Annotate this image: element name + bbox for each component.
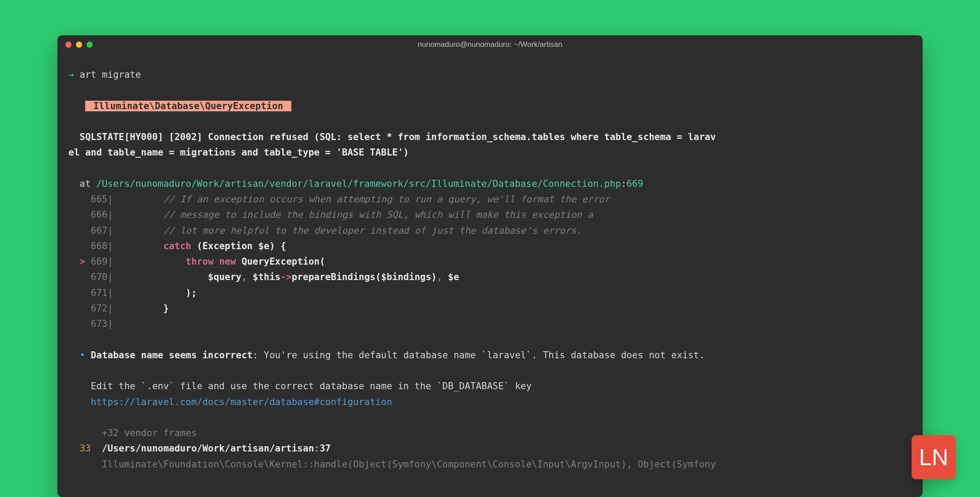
command-text: art migrate [79,69,141,80]
titlebar: nunomaduro@nunomaduro: ~/Work/artisan [57,35,923,54]
frame-line: 37 [320,443,331,454]
catch-keyword: catch [163,241,197,251]
vendor-frames: +32 vendor frames [68,428,197,438]
line-667: 667 [91,225,108,236]
throw-rest: QueryException( [241,256,325,267]
exception-badge: Illuminate\Database\QueryException [85,101,291,111]
close-paren: ); [186,288,197,298]
close-brace: } [163,303,169,314]
prompt-arrow-icon: → [68,69,74,80]
line-668: 668 [91,241,108,251]
hint-edit: Edit the `.env` file and use the correct… [68,381,531,391]
var-this: $this [253,272,280,282]
comma-2: , [437,272,448,282]
laravel-news-logo: LN [912,435,956,479]
line-673: 673 [91,319,108,329]
line-672: 672 [91,303,108,314]
arrow-op: -> [280,272,291,282]
var-query: $query [208,272,241,282]
line-666: 666 [91,209,108,220]
bullet-icon: • [79,350,85,360]
frame-number: 33 [68,443,91,454]
var-e: $e [448,272,459,282]
method-call: prepareBindings($bindings) [292,272,437,282]
hint-colon: : [253,350,264,360]
line-669: 669 [91,256,108,267]
hint-title: Database name seems incorrect [91,350,253,360]
line-671: 671 [91,288,108,298]
at-label: at [68,178,96,189]
window-title: nunomaduro@nunomaduro: ~/Work/artisan [57,40,923,49]
comment-666: // message to include the bindings with … [163,209,593,220]
logo-text: LN [919,444,948,470]
terminal-window: nunomaduro@nunomaduro: ~/Work/artisan → … [57,35,923,497]
comment-667: // lot more helpful to the developer ins… [163,225,582,236]
frame-path: /Users/nunomaduro/Work/artisan/artisan [91,443,314,454]
error-message: SQLSTATE[HY000] [2002] Connection refuse… [68,132,716,158]
line-670: 670 [91,272,108,282]
comment-665: // If an exception occurs when attemptin… [163,194,610,205]
hint-desc: You're using the default database name `… [264,350,705,360]
frame-call: Illuminate\Foundation\Console\Kernel::ha… [68,459,716,470]
catch-rest: (Exception $e) { [197,241,286,251]
docs-link[interactable]: https://laravel.com/docs/master/database… [68,397,392,407]
terminal-content[interactable]: → art migrate Illuminate\Database\QueryE… [57,54,923,486]
line-665: 665 [91,194,108,205]
trace-file: /Users/nunomaduro/Work/artisan/vendor/la… [96,178,621,189]
comma-1: , [241,272,253,282]
frame-colon: : [314,443,320,454]
trace-line: 669 [626,178,643,189]
throw-keyword: throw new [186,256,241,267]
trace-colon: : [621,178,627,189]
error-line-arrow-icon: > [79,256,85,267]
